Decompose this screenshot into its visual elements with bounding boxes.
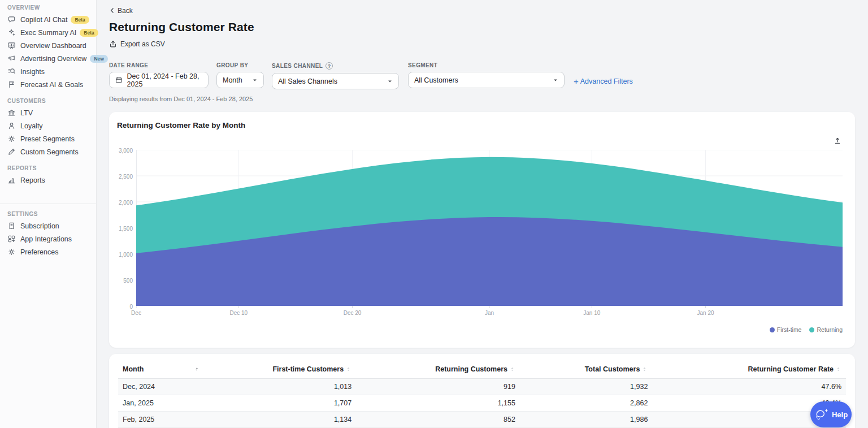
sidebar-section-header: REPORTS [7, 165, 89, 171]
chat-icon [7, 15, 16, 24]
sidebar-item-overview-dashboard[interactable]: Overview Dashboard [0, 39, 96, 52]
sidebar-item-loyalty[interactable]: Loyalty [0, 119, 96, 132]
filter-bar: DATE RANGE Dec 01, 2024 - Feb 28, 2025 G… [109, 62, 855, 89]
segment-select[interactable]: All Customers [408, 72, 565, 88]
table-cell: Feb, 2025 [118, 412, 206, 428]
results-note: Displaying results from Dec 01, 2024 - F… [109, 96, 855, 102]
beta-badge: Beta [71, 16, 89, 24]
sidebar-divider [0, 204, 96, 204]
sidebar-item-forecast-ai-goals[interactable]: Forecast AI & Goals [0, 78, 96, 91]
main-content: Back Returning Customer Rate Export as C… [97, 0, 868, 428]
table-cell: 2,862 [520, 395, 652, 412]
column-header-label: Month [123, 365, 144, 373]
sidebar-item-label: LTV [20, 109, 33, 117]
column-header-first-time-customers[interactable]: First-time Customers [206, 362, 357, 379]
export-csv-button[interactable]: Export as CSV [109, 40, 165, 48]
sidebar-item-label: Overview Dashboard [20, 42, 86, 50]
chevron-left-icon [109, 7, 115, 14]
sidebar-item-label: Custom Segments [20, 148, 79, 156]
sidebar-item-reports[interactable]: Reports [0, 174, 96, 187]
x-axis-tick: Jan 20 [697, 310, 714, 316]
sidebar-item-app-integrations[interactable]: App Integrations [0, 232, 96, 245]
sidebar-item-copilot-ai-chat[interactable]: Copilot AI ChatBeta [0, 13, 96, 26]
sidebar-item-exec-summary-ai[interactable]: Exec Summary AIBeta [0, 26, 96, 39]
receipt-icon [7, 222, 16, 230]
table-row: Feb, 20251,1348521,986 [118, 412, 846, 428]
insights-icon [7, 67, 16, 76]
chevron-down-icon [252, 77, 258, 83]
chart-title: Returning Customer Rate by Month [117, 121, 245, 129]
chart-card: Returning Customer Rate by Month 05001,0… [109, 112, 855, 348]
sales-channel-group: SALES CHANNEL ? All Sales Channels [272, 62, 399, 89]
sidebar-item-ltv[interactable]: LTV [0, 106, 96, 119]
help-label: Help [832, 410, 848, 419]
sidebar-section-header: CUSTOMERS [7, 98, 89, 104]
chart-export-button[interactable] [834, 137, 841, 145]
export-csv-label: Export as CSV [120, 40, 165, 48]
megaphone-icon [7, 54, 16, 63]
flag-icon [7, 80, 16, 89]
sidebar-item-label: Copilot AI Chat [20, 16, 67, 24]
segment-label: SEGMENT [408, 62, 565, 68]
sort-icon [509, 366, 515, 373]
column-header-returning-customers[interactable]: Returning Customers [356, 362, 520, 379]
x-axis-tick: Jan 10 [583, 310, 600, 316]
advanced-filters-label: Advanced Filters [580, 77, 633, 85]
sidebar-item-custom-segments[interactable]: Custom Segments [0, 145, 96, 158]
sort-icon [345, 366, 351, 373]
legend-label: Returning [817, 326, 843, 333]
date-range-input[interactable]: Dec 01, 2024 - Feb 28, 2025 [109, 72, 209, 88]
group-by-value: Month [223, 76, 242, 84]
sort-icon [835, 366, 841, 373]
column-header-returning-customer-rate[interactable]: Returning Customer Rate [652, 362, 846, 379]
y-axis-tick: 1,000 [110, 252, 133, 258]
sidebar-item-preset-segments[interactable]: Preset Segments [0, 132, 96, 145]
date-range-value: Dec 01, 2024 - Feb 28, 2025 [127, 72, 202, 88]
table-cell: 852 [356, 412, 520, 428]
table-cell: Jan, 2025 [118, 395, 206, 412]
y-axis-tick: 3,000 [110, 148, 133, 154]
sidebar-item-label: Insights [20, 68, 45, 76]
sidebar-item-advertising-overview[interactable]: Advertising OverviewNew [0, 52, 96, 65]
person-icon [7, 122, 16, 130]
sidebar-item-label: Preset Segments [20, 135, 75, 143]
legend-dot [770, 327, 775, 332]
y-axis-tick: 1,500 [110, 226, 133, 232]
help-button[interactable]: Help [810, 401, 852, 427]
sales-channel-value: All Sales Channels [278, 77, 337, 85]
sidebar-item-preferences[interactable]: Preferences [0, 245, 96, 258]
gear-icon [7, 248, 16, 256]
y-axis-tick: 2,000 [110, 200, 133, 206]
table-cell: 47.6% [652, 379, 846, 395]
pencil-icon [7, 148, 16, 156]
group-by-select[interactable]: Month [216, 72, 264, 88]
legend-item-returning[interactable]: Returning [809, 326, 843, 333]
table-cell: 1,986 [520, 412, 652, 428]
y-axis-tick: 500 [110, 278, 133, 284]
help-circle-icon[interactable]: ? [326, 62, 333, 70]
bank-icon [7, 109, 16, 117]
table-cell: 1,932 [520, 379, 652, 395]
bar-chart-icon [7, 176, 16, 184]
legend-item-first-time[interactable]: First-time [770, 326, 802, 333]
table-cell: 919 [356, 379, 520, 395]
column-header-month[interactable]: Month [118, 362, 206, 379]
beta-badge: Beta [80, 29, 98, 37]
chart-plot-area[interactable] [136, 150, 843, 308]
chevron-down-icon [387, 79, 393, 84]
chevron-down-icon [553, 77, 558, 83]
sidebar-item-label: Forecast AI & Goals [20, 81, 83, 89]
grid-icon [7, 235, 16, 243]
back-button[interactable]: Back [109, 7, 133, 15]
column-header-total-customers[interactable]: Total Customers [520, 362, 652, 379]
advanced-filters-button[interactable]: + Advanced Filters [574, 77, 633, 85]
sidebar-item-insights[interactable]: Insights [0, 65, 96, 78]
calendar-icon [115, 76, 123, 84]
sales-channel-select[interactable]: All Sales Channels [272, 73, 399, 89]
y-axis-tick: 0 [110, 304, 133, 310]
dashboard-icon [7, 41, 16, 50]
sidebar-item-subscription[interactable]: Subscription [0, 219, 96, 232]
date-range-label: DATE RANGE [109, 62, 209, 68]
sales-channel-label: SALES CHANNEL [272, 63, 323, 69]
sort-icon [641, 366, 648, 373]
